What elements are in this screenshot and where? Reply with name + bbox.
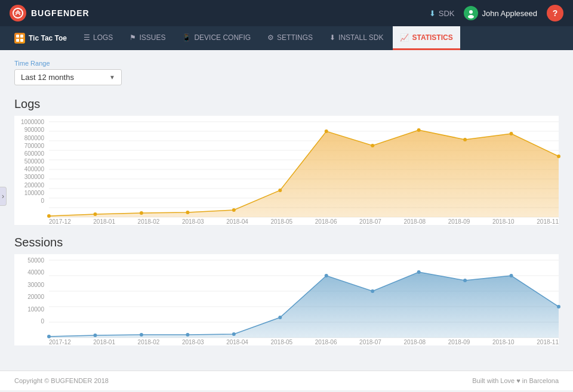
svg-rect-4: [16, 35, 19, 38]
logs-area: [49, 130, 559, 217]
sessions-x-2018-11: 2018-11: [537, 339, 559, 345]
logs-chart-svg: [49, 122, 559, 217]
help-label: ?: [553, 8, 558, 18]
data-point: [93, 212, 97, 216]
logs-chart-section: Logs 0 100000 200000 300000 400000 50000…: [14, 97, 559, 225]
top-nav-right: ⬇ SDK John Appleseed ?: [429, 5, 563, 21]
sessions-x-2018-04: 2018-04: [226, 339, 248, 345]
nav-item-install-sdk[interactable]: ⬇ INSTALL SDK: [322, 26, 390, 50]
sessions-y-50k: 50000: [27, 257, 44, 264]
avatar: [464, 6, 478, 20]
time-range-label: Time Range: [14, 60, 559, 67]
data-point: [417, 128, 421, 132]
y-label-1m: 1000000: [21, 119, 44, 125]
x-label-2018-04: 2018-04: [226, 218, 248, 225]
sessions-x-2018-01: 2018-01: [93, 339, 115, 345]
app-nav: Tic Tac Toe ☰ LOGS ⚑ ISSUES 📱 DEVICE CON…: [0, 26, 573, 50]
x-label-2018-03: 2018-03: [182, 218, 204, 225]
nav-label-settings: SETTINGS: [277, 33, 313, 42]
sdk-button[interactable]: ⬇ SDK: [429, 9, 455, 18]
x-label-2018-08: 2018-08: [403, 218, 426, 225]
nav-label-statistics: STATISTICS: [412, 33, 452, 42]
sessions-x-2018-06: 2018-06: [315, 339, 337, 345]
nav-item-statistics[interactable]: 📈 STATISTICS: [393, 26, 460, 50]
data-point: [93, 334, 97, 337]
nav-label-device-config: DEVICE CONFIG: [194, 33, 251, 42]
device-icon: 📱: [182, 33, 191, 42]
sidebar-toggle[interactable]: ›: [0, 187, 7, 206]
data-point: [232, 332, 236, 336]
help-button[interactable]: ?: [547, 5, 563, 21]
x-label-2018-07: 2018-07: [359, 218, 381, 225]
x-label-2018-05: 2018-05: [270, 218, 292, 225]
svg-rect-6: [16, 39, 19, 42]
sessions-chart-section: Sessions 0 10000 20000 30000 40000 50000: [14, 236, 559, 345]
chevron-down-icon: ▼: [109, 74, 115, 81]
x-label-2018-01: 2018-01: [93, 218, 115, 225]
data-point: [417, 270, 421, 274]
svg-point-2: [469, 10, 473, 14]
sessions-x-2017-12: 2017-12: [49, 339, 71, 345]
data-point: [557, 305, 560, 308]
sessions-chart-title: Sessions: [14, 236, 559, 249]
time-range-value: Last 12 months: [21, 73, 74, 82]
sessions-area: [49, 272, 559, 338]
y-label-100k: 100000: [24, 190, 44, 196]
svg-rect-5: [20, 35, 23, 38]
data-point: [232, 208, 236, 212]
sessions-x-2018-07: 2018-07: [359, 339, 381, 345]
sdk-label: SDK: [439, 9, 455, 18]
sessions-x-2018-03: 2018-03: [182, 339, 204, 345]
sessions-x-2018-08: 2018-08: [403, 339, 426, 345]
x-label-2018-09: 2018-09: [448, 218, 470, 225]
data-point: [371, 289, 374, 293]
data-point: [278, 316, 282, 319]
user-name: John Appleseed: [482, 9, 537, 18]
user-button[interactable]: John Appleseed: [464, 6, 537, 20]
y-label-400k: 400000: [24, 166, 44, 172]
statistics-icon: 📈: [400, 33, 409, 42]
top-nav: BUGFENDER ⬇ SDK John Appleseed ?: [0, 0, 573, 26]
x-label-2018-06: 2018-06: [315, 218, 337, 225]
data-point: [510, 132, 513, 135]
data-point: [47, 335, 51, 338]
x-label-2018-11: 2018-11: [537, 218, 559, 225]
top-nav-left: BUGFENDER: [10, 5, 90, 21]
install-icon: ⬇: [329, 33, 335, 42]
data-point: [325, 274, 328, 277]
logs-icon: ☰: [84, 33, 90, 42]
nav-item-issues[interactable]: ⚑ ISSUES: [122, 26, 172, 50]
data-point: [325, 129, 328, 133]
data-point: [557, 155, 560, 158]
sessions-x-2018-02: 2018-02: [138, 339, 160, 345]
y-label-200k: 200000: [24, 182, 44, 189]
time-range-section: Time Range Last 12 months ▼: [14, 60, 559, 85]
y-label-500k: 500000: [24, 158, 44, 165]
data-point: [463, 279, 467, 282]
svg-point-3: [468, 15, 474, 18]
nav-label-install-sdk: INSTALL SDK: [338, 33, 383, 42]
nav-item-logs[interactable]: ☰ LOGS: [76, 26, 120, 50]
y-label-0: 0: [41, 197, 44, 204]
download-icon: ⬇: [429, 9, 436, 18]
sessions-y-30k: 30000: [27, 282, 44, 288]
nav-item-device-config[interactable]: 📱 DEVICE CONFIG: [175, 26, 258, 50]
sessions-y-10k: 10000: [27, 306, 44, 313]
nav-item-settings[interactable]: ⚙ SETTINGS: [260, 26, 320, 50]
data-point: [510, 274, 513, 277]
settings-icon: ⚙: [267, 33, 274, 42]
logo-text: BUGFENDER: [31, 8, 90, 18]
app-name-item: Tic Tac Toe: [7, 26, 74, 50]
y-label-700k: 700000: [24, 143, 44, 149]
app-icon: [14, 33, 25, 44]
time-range-dropdown[interactable]: Last 12 months ▼: [14, 69, 122, 85]
sessions-y-40k: 40000: [27, 269, 44, 276]
data-point: [140, 211, 143, 215]
main-content: Time Range Last 12 months ▼ Logs 0 10000…: [0, 50, 573, 371]
data-point: [278, 189, 282, 192]
sessions-chart-svg: [49, 260, 559, 338]
data-point: [186, 333, 189, 337]
sessions-x-2018-05: 2018-05: [270, 339, 292, 345]
x-label-2017-12: 2017-12: [49, 218, 71, 225]
data-point: [371, 144, 374, 147]
